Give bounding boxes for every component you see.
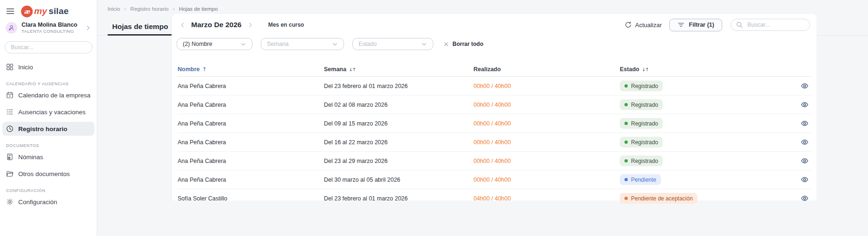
eye-icon [801,157,809,165]
eye-icon [801,101,809,109]
table-row: Ana Peña CabreraDel 23 al 29 marzo 20260… [178,152,811,170]
cell-actions [800,175,815,184]
cell-estado: Registrado [620,118,800,129]
menu-icon[interactable] [6,7,15,16]
sidebar-item-label: Registro horario [18,125,67,133]
status-dot-icon [624,122,628,125]
filter-select-2-nombre[interactable]: (2) Nombre [177,38,252,50]
clear-filters-label: Borrar todo [452,41,483,47]
column-header-label: Estado [620,66,639,73]
next-month-button[interactable] [246,21,254,29]
logo-ae-icon: æ [21,6,33,17]
main-area: Inicio›Registro horario›Hojas de tiempo … [97,0,868,236]
user-profile[interactable]: Clara Molina Blanco TALENTA CONSULTING [6,22,91,34]
cell-week: Del 30 marzo al 05 abril 2026 [324,177,473,183]
table-row: Ana Peña CabreraDel 09 al 15 marzo 20260… [178,114,811,133]
view-timesheet-button[interactable] [800,81,810,91]
sidebar-header: æ my silae [0,5,97,18]
cell-week: Del 23 febrero al 01 marzo 2026 [324,83,473,89]
status-badge-label: Registrado [631,139,658,146]
view-timesheet-button[interactable] [800,175,810,184]
filter-icon [677,21,685,29]
cell-realizado: 00h00 / 40h00 [473,102,620,108]
status-badge: Registrado [620,99,663,110]
filter-select-semana[interactable]: Semana [261,38,344,50]
sort-asc-icon: ↑ [202,66,206,73]
sidebar-item-inicio[interactable]: Inicio [2,60,94,74]
view-timesheet-button[interactable] [800,100,810,110]
timesheets-table: Nombre↑Semana↓↑RealizadoEstado↓↑ Ana Peñ… [178,62,811,207]
sidebar-item-label: Inicio [18,64,33,71]
list-icon [6,108,14,116]
cell-estado: Registrado [620,81,800,91]
cell-realizado: 04h00 / 40h00 [473,195,620,202]
status-badge-label: Pendiente de aceptación [631,195,693,202]
sidebar-search-input[interactable] [5,41,93,53]
eye-icon [801,138,809,146]
table-search-input[interactable] [746,21,805,29]
column-header-nombre[interactable]: Nombre↑ [178,66,324,73]
cell-estado: Pendiente [620,174,800,185]
clock-icon [6,125,14,133]
status-badge-label: Registrado [631,120,658,127]
view-timesheet-button[interactable] [800,156,810,166]
filter-select-value: Estado [359,41,377,47]
table-row: Ana Peña CabreraDel 16 al 22 marzo 20260… [178,133,811,152]
sidebar-item-label: Ausencias y vacaciones [18,109,86,116]
month-label: Marzo De 2026 [191,21,242,29]
column-header-semana[interactable]: Semana↓↑ [324,66,473,73]
eye-icon [801,176,809,184]
filter-select-value: (2) Nombre [183,41,212,47]
cell-estado: Pendiente de aceptación [620,193,800,204]
breadcrumb-item-hojas-de-tiempo[interactable]: Hojas de tiempo [179,6,218,12]
cell-actions [800,193,815,203]
filter-select-value: Semana [267,41,289,47]
sidebar-item-label: Configuración [18,199,57,206]
cell-name: Ana Peña Cabrera [178,102,324,108]
cell-realizado: 00h00 / 40h00 [473,120,620,127]
status-dot-icon [624,197,628,200]
user-meta: Clara Molina Blanco TALENTA CONSULTING [22,22,81,34]
refresh-label: Actualizar [635,22,662,29]
chevron-right-icon[interactable] [85,25,91,31]
cell-name: Sofía Soler Castillo [178,195,324,202]
eye-icon [801,194,809,202]
refresh-button[interactable]: Actualizar [624,21,662,29]
sidebar-item-otros-documentos[interactable]: Otros documentos [2,167,94,181]
table-row: Ana Peña CabreraDel 02 al 08 marzo 20260… [178,96,811,114]
status-badge: Registrado [620,155,663,166]
clear-filters-button[interactable]: Borrar todo [444,41,483,47]
filter-button[interactable]: Filtrar (1) [669,19,722,31]
view-timesheet-button[interactable] [800,193,810,203]
tab-hojas-de-tiempo[interactable]: Hojas de tiempo [108,18,173,35]
folder-icon [6,170,14,177]
table-row: Ana Peña CabreraDel 23 febrero al 01 mar… [178,77,811,96]
status-dot-icon [624,103,628,106]
payslip-icon [6,153,14,161]
prev-month-button[interactable] [179,21,187,29]
sidebar-item-nominas[interactable]: Nóminas [2,150,94,164]
table-row: Sofía Soler CastilloDel 23 febrero al 01… [178,189,811,207]
view-timesheet-button[interactable] [800,118,810,128]
eye-icon [801,82,809,90]
sidebar-item-registro-horario[interactable]: Registro horario [2,122,94,136]
logo-word-silae: silae [49,6,69,16]
status-badge-label: Registrado [631,158,658,164]
status-badge-label: Pendiente [631,177,656,183]
breadcrumb-item-inicio[interactable]: Inicio [108,6,120,12]
app-root: æ my silae Clara Molina Blanco TALENTA C… [0,0,868,236]
filter-select-estado[interactable]: Estado [352,38,433,50]
x-icon [444,42,449,47]
dashboard-icon [6,63,14,71]
view-timesheet-button[interactable] [800,137,810,147]
cell-estado: Registrado [620,155,800,166]
breadcrumb-item-registro-horario[interactable]: Registro horario [130,6,169,12]
search-icon [736,21,743,29]
sidebar-item-ausencias-y-vacaciones[interactable]: Ausencias y vacaciones [2,105,94,119]
sidebar-section-configuracion: CONFIGURACIÓN [2,188,94,193]
sidebar-item-calendario-de-la-empresa[interactable]: Calendario de la empresa [2,88,94,102]
current-month-link[interactable]: Mes en curso [268,22,304,28]
app-logo: æ my silae [21,6,69,17]
column-header-estado[interactable]: Estado↓↑ [620,66,800,73]
sidebar-item-configuracion[interactable]: Configuración [2,195,94,209]
